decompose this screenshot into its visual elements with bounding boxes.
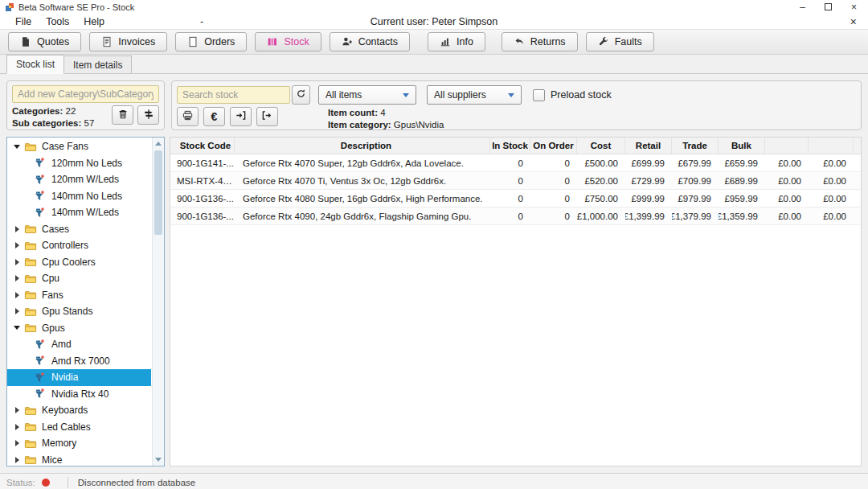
column-header-blank-8[interactable] — [765, 138, 809, 154]
table-row[interactable]: 900-1G136-...Geforce Rtx 4080 Super, 16g… — [170, 190, 861, 208]
tree-item-cpu[interactable]: Cpu — [7, 270, 151, 287]
cell-bulk: £689.99 — [719, 172, 765, 189]
subcategory-icon — [33, 339, 47, 351]
items-filter-dropdown[interactable]: All items — [318, 85, 416, 105]
toolbar-button-orders[interactable]: Orders — [175, 32, 247, 51]
tree-item-case-fans[interactable]: Case Fans — [7, 138, 151, 155]
tree-item-nvidia-rtx-40[interactable]: Nvidia Rtx 40 — [7, 386, 151, 403]
app-window: Beta Software SE Pro - Stock – × Current… — [0, 0, 868, 489]
tree-item-keyboards[interactable]: Keyboards — [7, 402, 151, 419]
toolbar-button-info[interactable]: Info — [428, 32, 485, 51]
expand-arrow-icon[interactable] — [12, 224, 22, 234]
column-header-retail[interactable]: Retail — [625, 138, 672, 154]
maximize-icon[interactable] — [825, 3, 832, 10]
menu-close-icon[interactable]: × — [847, 15, 860, 28]
tree-item-gpus[interactable]: Gpus — [7, 320, 151, 337]
tree-item-cpu-coolers[interactable]: Cpu Coolers — [7, 254, 151, 271]
preload-stock-checkbox[interactable] — [533, 89, 545, 101]
toolbar-button-quotes[interactable]: Quotes — [8, 32, 81, 51]
subcategory-icon — [33, 174, 47, 186]
export-button[interactable] — [256, 107, 278, 126]
menu-file[interactable]: File — [8, 16, 39, 27]
expand-arrow-icon[interactable] — [12, 257, 22, 267]
table-row[interactable]: MSI-RTX-40...Geforce Rtx 4070 Ti, Ventus… — [170, 172, 861, 190]
column-header-trade[interactable]: Trade — [672, 138, 719, 154]
tree-item-nvidia[interactable]: Nvidia — [7, 369, 151, 386]
status-message: Disconnected from database — [78, 478, 195, 487]
expand-arrow-icon[interactable] — [12, 405, 22, 415]
scrollbar-thumb[interactable] — [154, 150, 162, 235]
add-category-input[interactable] — [12, 85, 159, 103]
column-header-stock-code[interactable]: Stock Code — [170, 138, 235, 154]
tab-item-details[interactable]: Item details — [63, 55, 132, 73]
organize-categories-button[interactable] — [137, 105, 159, 125]
tree-item-led-cables[interactable]: Led Cables — [7, 419, 151, 436]
stock-icon — [267, 36, 278, 47]
expand-arrow-icon[interactable] — [12, 240, 22, 250]
tree-item-controllers[interactable]: Controllers — [7, 237, 151, 254]
menu-help[interactable]: Help — [76, 16, 112, 27]
cell-retail: £1,399.99 — [625, 208, 672, 224]
tree-item-120mm-w-leds[interactable]: 120mm W/Leds — [7, 171, 151, 188]
import-button[interactable] — [230, 107, 252, 126]
minimize-icon[interactable]: – — [800, 2, 805, 12]
tree-item-120mm-no-leds[interactable]: 120mm No Leds — [7, 155, 151, 172]
tree-item-140mm-no-leds[interactable]: 140mm No Leds — [7, 188, 151, 205]
toolbar-button-invoices[interactable]: Invoices — [89, 32, 167, 51]
column-header-description[interactable]: Description — [235, 138, 490, 154]
cell-trade: £679.99 — [672, 154, 719, 171]
toolbar-button-stock[interactable]: Stock — [255, 32, 321, 51]
tree-item-140mm-w-leds[interactable]: 140mm W/Leds — [7, 204, 151, 221]
refresh-button[interactable] — [292, 85, 310, 105]
scroll-up-icon[interactable] — [153, 138, 164, 150]
column-header-blank-9[interactable] — [809, 138, 854, 154]
tree-item-gpu-stands[interactable]: Gpu Stands — [7, 303, 151, 320]
menu-tools[interactable]: Tools — [39, 16, 76, 27]
close-icon[interactable]: × — [851, 2, 857, 12]
tree-item-fans[interactable]: Fans — [7, 287, 151, 304]
expand-arrow-icon[interactable] — [12, 306, 22, 316]
tab-stock-list[interactable]: Stock list — [6, 55, 64, 74]
collapse-arrow-icon[interactable] — [12, 323, 22, 333]
currency-button[interactable]: € — [203, 107, 225, 126]
cell-retail: £999.99 — [625, 190, 672, 207]
tree-item-label: Fans — [39, 290, 66, 301]
column-header-bulk[interactable]: Bulk — [719, 138, 765, 154]
expand-arrow-icon[interactable] — [12, 273, 22, 283]
tree-item-label: Case Fans — [39, 141, 91, 152]
column-header-on-order[interactable]: On Order — [530, 138, 577, 154]
folder-icon — [23, 438, 37, 450]
toolbar-button-label: Faults — [615, 36, 642, 47]
table-row[interactable]: 900-1G136-...Geforce Rtx 4090, 24gb Gddr… — [170, 208, 861, 225]
refresh-icon — [296, 88, 306, 101]
column-header-in-stock[interactable]: In Stock — [490, 138, 530, 154]
expand-arrow-icon[interactable] — [12, 438, 22, 448]
toolbar-button-contacts[interactable]: Contacts — [330, 32, 410, 51]
folder-icon — [23, 405, 37, 417]
delete-category-button[interactable] — [112, 105, 133, 125]
expand-arrow-icon[interactable] — [12, 422, 22, 432]
expand-arrow-icon[interactable] — [12, 455, 22, 465]
scroll-down-icon[interactable] — [153, 454, 164, 466]
collapse-arrow-icon[interactable] — [12, 142, 22, 151]
toolbar-button-faults[interactable]: Faults — [586, 32, 654, 51]
toolbar-button-label: Quotes — [37, 36, 69, 47]
suppliers-filter-dropdown[interactable]: All suppliers — [427, 85, 522, 105]
cell-extra2: £0.00 — [809, 208, 854, 224]
cell-code: 900-1G136-... — [170, 208, 235, 224]
tab-label: Stock list — [16, 59, 55, 70]
tree-item-mice[interactable]: Mice — [7, 452, 151, 467]
cell-on_order: 0 — [530, 190, 577, 207]
tree-item-amd-rx-7000[interactable]: Amd Rx 7000 — [7, 353, 151, 370]
toolbar-button-returns[interactable]: Returns — [502, 32, 578, 51]
tree-item-amd[interactable]: Amd — [7, 336, 151, 353]
tree-scrollbar[interactable] — [152, 138, 164, 466]
search-stock-input[interactable] — [177, 86, 290, 104]
column-header-cost[interactable]: Cost — [577, 138, 625, 154]
tree-item-memory[interactable]: Memory — [7, 435, 151, 452]
tree-item-cases[interactable]: Cases — [7, 221, 151, 238]
folder-icon — [23, 289, 37, 301]
table-row[interactable]: 900-1G141-...Geforce Rtx 4070 Super, 12g… — [170, 154, 861, 172]
print-button[interactable] — [177, 107, 199, 126]
expand-arrow-icon[interactable] — [12, 290, 22, 300]
